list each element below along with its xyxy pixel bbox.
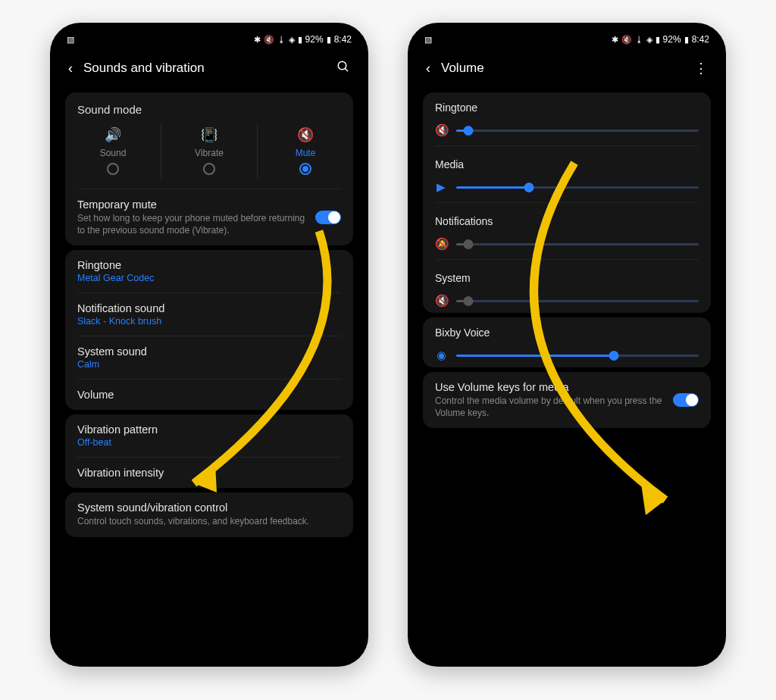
page-title: Volume	[441, 61, 684, 76]
battery-icon: ▮	[684, 35, 689, 45]
svg-point-0	[338, 61, 346, 70]
system-sound-row[interactable]: System sound Calm	[65, 336, 353, 379]
svg-line-1	[345, 68, 348, 71]
screen-right: ▧ ✱ 🔇 ⭳ ◈ ▮ 92% ▮ 8:42 ‹ Volume ⋮ Ringto…	[415, 30, 718, 659]
status-bar: ▧ ✱ 🔇 ⭳ ◈ ▮ 92% ▮ 8:42	[415, 30, 718, 48]
volume-sliders-card: Ringtone 🔇 Media ▶	[423, 92, 711, 313]
temp-mute-toggle[interactable]	[315, 211, 341, 224]
mute-icon: 🔇	[435, 123, 447, 137]
wifi-icon: ◈	[646, 35, 652, 45]
system-sound-vibration-row[interactable]: System sound/vibration control Control t…	[65, 492, 353, 536]
temporary-mute-row[interactable]: Temporary mute Set how long to keep your…	[65, 189, 353, 245]
battery-icon: ▮	[327, 35, 331, 45]
volume-keys-media-row[interactable]: Use Volume keys for media Control the me…	[423, 372, 711, 428]
vibration-card: Vibration pattern Off-beat Vibration int…	[65, 414, 353, 488]
search-icon[interactable]	[336, 60, 350, 77]
sounds-card: Ringtone Metal Gear Codec Notification s…	[65, 250, 353, 410]
nav-bar: ‹ Sounds and vibration	[58, 48, 361, 88]
sound-mode-heading: Sound mode	[65, 92, 353, 123]
system-slider[interactable]	[456, 300, 699, 302]
radio-vibrate	[203, 163, 215, 175]
media-keys-card: Use Volume keys for media Control the me…	[423, 372, 711, 428]
back-icon[interactable]: ‹	[68, 61, 73, 77]
sound-mode-card: Sound mode 🔊 Sound 📳 Vibrate 🔇 Mute	[65, 92, 353, 245]
temp-mute-label: Temporary mute	[77, 198, 314, 211]
system-sound-card: System sound/vibration control Control t…	[65, 492, 353, 536]
bell-off-icon: 🔕	[435, 237, 447, 251]
mute-icon: 🔇	[297, 127, 314, 143]
vibration-pattern-row[interactable]: Vibration pattern Off-beat	[65, 414, 353, 457]
bixby-card: Bixby Voice ◉	[423, 317, 711, 367]
gear-off-icon: 🔇	[435, 294, 447, 308]
notifications-slider-row: Notifications 🔕	[423, 206, 711, 263]
play-icon: ▶	[435, 180, 447, 194]
radio-mute	[299, 163, 311, 175]
screen-left: ▧ ✱ 🔇 ⭳ ◈ ▮ 92% ▮ 8:42 ‹ Sounds and vibr…	[58, 30, 361, 659]
notification-sound-row[interactable]: Notification sound Slack - Knock brush	[65, 293, 353, 336]
image-icon: ▧	[424, 35, 432, 45]
image-icon: ▧	[67, 35, 74, 45]
ringtone-row[interactable]: Ringtone Metal Gear Codec	[65, 250, 353, 292]
notifications-slider[interactable]	[456, 243, 699, 245]
more-icon[interactable]: ⋮	[694, 60, 708, 77]
bluetooth-icon: ✱	[612, 35, 618, 45]
wifi-icon: ◈	[289, 35, 295, 45]
bixby-icon: ◉	[435, 348, 447, 362]
radio-sound	[107, 163, 119, 175]
mute-icon: 🔇	[621, 35, 632, 45]
speaker-icon: 🔊	[105, 127, 121, 143]
volume-keys-media-toggle[interactable]	[673, 393, 699, 407]
download-icon: ⭳	[277, 35, 286, 44]
signal-icon: ▮	[298, 35, 302, 45]
bluetooth-icon: ✱	[254, 35, 261, 45]
nav-bar: ‹ Volume ⋮	[415, 48, 718, 88]
vibration-intensity-row[interactable]: Vibration intensity	[65, 458, 353, 488]
media-slider-row: Media ▶	[423, 149, 711, 206]
download-icon: ⭳	[635, 35, 643, 44]
phone-left-frame: ▧ ✱ 🔇 ⭳ ◈ ▮ 92% ▮ 8:42 ‹ Sounds and vibr…	[50, 23, 368, 667]
battery-pct: 92%	[305, 34, 324, 45]
clock: 8:42	[692, 34, 709, 45]
status-bar: ▧ ✱ 🔇 ⭳ ◈ ▮ 92% ▮ 8:42	[58, 30, 361, 48]
vibrate-icon: 📳	[201, 127, 217, 143]
ringtone-slider[interactable]	[456, 130, 699, 132]
battery-pct: 92%	[663, 34, 681, 45]
bixby-slider-row: Bixby Voice ◉	[423, 317, 711, 367]
bixby-slider[interactable]	[456, 355, 699, 357]
system-slider-row: System 🔇	[423, 263, 711, 313]
svg-marker-3	[641, 483, 665, 515]
back-icon[interactable]: ‹	[426, 61, 430, 77]
media-slider[interactable]	[456, 186, 699, 189]
signal-icon: ▮	[656, 35, 660, 45]
sound-mode-sound[interactable]: 🔊 Sound	[65, 123, 161, 178]
sound-mode-vibrate[interactable]: 📳 Vibrate	[161, 123, 258, 178]
clock: 8:42	[334, 34, 352, 45]
volume-row[interactable]: Volume	[65, 380, 353, 410]
phone-right-frame: ▧ ✱ 🔇 ⭳ ◈ ▮ 92% ▮ 8:42 ‹ Volume ⋮ Ringto…	[408, 23, 726, 667]
temp-mute-desc: Set how long to keep your phone muted be…	[77, 212, 314, 236]
sound-mode-mute[interactable]: 🔇 Mute	[258, 123, 353, 178]
ringtone-slider-row: Ringtone 🔇	[423, 92, 711, 149]
page-title: Sounds and vibration	[83, 61, 326, 76]
mute-icon: 🔇	[264, 35, 274, 45]
sound-mode-options: 🔊 Sound 📳 Vibrate 🔇 Mute	[65, 123, 353, 189]
